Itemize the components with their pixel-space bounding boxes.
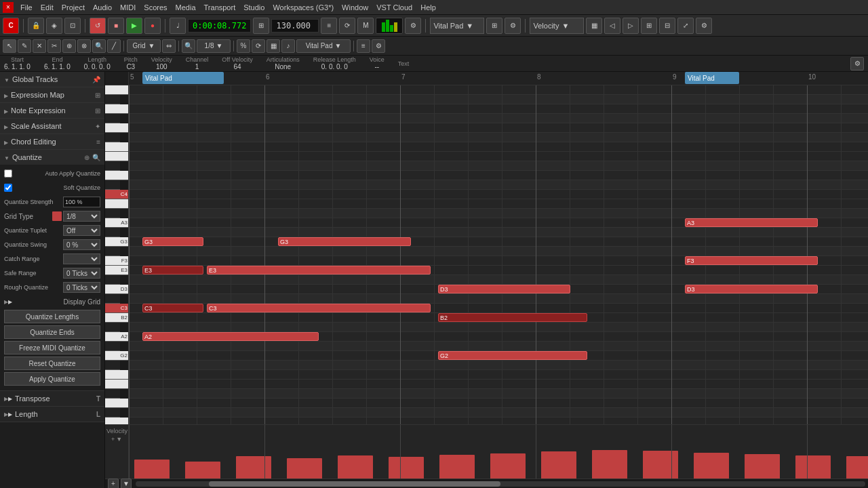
velocity-bar-13[interactable] <box>795 455 831 479</box>
velocity-grid[interactable] <box>129 425 868 479</box>
piano-key-B3[interactable] <box>105 199 129 209</box>
piano-key-A2[interactable]: A2 <box>105 332 129 342</box>
velocity-bar-7[interactable] <box>490 453 526 479</box>
piano-key-B4[interactable] <box>105 85 129 95</box>
scroll-options-btn[interactable]: ▼ <box>121 479 132 489</box>
loop-button[interactable]: ↺ <box>90 18 106 34</box>
constrain-button[interactable]: 🔒 <box>28 18 44 34</box>
velocity-bar-5[interactable] <box>389 457 425 479</box>
note-D3-6[interactable]: D3 <box>438 285 570 293</box>
piano-key-G#2[interactable] <box>105 342 120 351</box>
safe-range-select[interactable]: 0 Ticks <box>63 268 100 279</box>
select-tool[interactable]: ↖ <box>3 39 16 53</box>
global-tracks-header[interactable]: Global Tracks 📌 <box>0 72 104 87</box>
note-B2-10[interactable]: B2 <box>438 313 587 322</box>
note-G3-1[interactable]: G3 <box>142 237 203 246</box>
zoom-tool[interactable]: 🔍 <box>92 39 106 53</box>
scale-assistant-header[interactable]: Scale Assistant ✦ <box>0 119 104 134</box>
mute-tool[interactable]: ⊗ <box>77 39 91 53</box>
track-select[interactable]: Vital Pad ▼ <box>430 18 484 34</box>
menu-window[interactable]: Window <box>338 3 372 12</box>
note-C3-9[interactable]: C3 <box>207 304 431 312</box>
piano-key-C#2[interactable] <box>105 408 120 418</box>
line-tool[interactable]: ╱ <box>107 39 121 53</box>
piano-key-D4[interactable] <box>105 171 129 180</box>
tuplet-select[interactable]: Off <box>63 225 100 236</box>
piano-key-D2[interactable] <box>105 399 129 408</box>
articulations-value[interactable]: None <box>275 63 291 70</box>
expand-r[interactable]: ▷ <box>623 18 639 34</box>
quantize-link-icon[interactable]: ⊕ <box>84 154 90 161</box>
release-value[interactable]: 0. 0. 0. 0 <box>321 63 348 70</box>
glue-tool[interactable]: ⊕ <box>62 39 76 53</box>
piano-key-C3[interactable]: C3 <box>105 304 129 313</box>
metronome-button[interactable]: ♩ <box>170 18 186 34</box>
stop-button[interactable]: ■ <box>108 18 124 34</box>
zoom-out[interactable]: ⊟ <box>659 18 675 34</box>
velocity-plus-btn[interactable]: + <box>111 436 115 443</box>
piano-key-D3[interactable]: D3 <box>105 285 129 294</box>
piano-key-F#4[interactable] <box>105 133 120 142</box>
chord-editing-header[interactable]: Chord Editing ≡ <box>0 134 104 149</box>
menu-scores[interactable]: Scores <box>140 3 171 12</box>
note-A2-11[interactable]: A2 <box>142 332 319 341</box>
off-velocity-value[interactable]: 64 <box>233 63 241 70</box>
velocity-bar-11[interactable] <box>694 453 730 479</box>
note-C3-8[interactable]: C3 <box>142 304 203 312</box>
end-value[interactable]: 6. 1. 1. 0 <box>44 63 71 70</box>
tempo-options[interactable]: ≡ <box>321 18 337 34</box>
piano-key-A#4[interactable] <box>105 95 120 104</box>
piano-key-A#2[interactable] <box>105 323 120 332</box>
velocity-select[interactable]: Velocity ▼ <box>530 18 584 34</box>
zoom-in[interactable]: ⊞ <box>641 18 657 34</box>
piano-key-F#2[interactable] <box>105 361 120 370</box>
scroll-thumb[interactable] <box>209 481 500 487</box>
menu-edit[interactable]: Edit <box>37 3 58 12</box>
settings-button[interactable]: ⚙ <box>405 18 421 34</box>
split-tool[interactable]: ✂ <box>47 39 61 53</box>
piano-key-C#3[interactable] <box>105 294 120 304</box>
menu-midi[interactable]: MIDI <box>116 3 140 12</box>
velocity-info-value[interactable]: 100 <box>156 63 167 70</box>
quantize-lengths-btn[interactable]: Quantize Lengths <box>4 310 100 323</box>
piano-key-A#3[interactable] <box>105 209 120 218</box>
piano-key-F2[interactable] <box>105 370 129 380</box>
note-expression-header[interactable]: Note Expression ⊞ <box>0 103 104 118</box>
channel-value[interactable]: 1 <box>195 63 199 70</box>
velocity-bar-8[interactable] <box>541 451 577 479</box>
sync-btn[interactable]: ⟳ <box>339 18 355 34</box>
percent-btn[interactable]: % <box>237 39 250 53</box>
velocity-bar-10[interactable] <box>643 451 679 479</box>
grid-type-select[interactable]: 1/8 1/4 1/16 <box>63 211 100 222</box>
piano-key-A3[interactable]: A3 <box>105 218 129 228</box>
piano-key-G4[interactable] <box>105 123 129 133</box>
menu-audio[interactable]: Audio <box>89 3 116 12</box>
midi-btn[interactable]: M <box>357 18 374 34</box>
play-button[interactable]: ▶ <box>126 18 142 34</box>
fullscreen[interactable]: ⤢ <box>677 18 694 34</box>
quantize-header[interactable]: Quantize ⊕ 🔍 <box>0 150 104 165</box>
velocity-bar-9[interactable] <box>592 450 628 479</box>
tempo-display[interactable]: 130.000 <box>271 19 319 33</box>
piano-key-F#3[interactable] <box>105 247 120 256</box>
velocity-bar-1[interactable] <box>185 462 221 479</box>
fill-btn[interactable]: ▦ <box>267 39 280 53</box>
velocity-bar-4[interactable] <box>338 455 374 479</box>
note-E3-4[interactable]: E3 <box>142 266 203 274</box>
track-settings[interactable]: ⚙ <box>505 18 521 34</box>
piano-key-E4[interactable] <box>105 152 129 161</box>
channel-view[interactable]: ≡ <box>357 39 370 53</box>
reset-quantize-btn[interactable]: Reset Quantize <box>4 357 100 370</box>
timecode-btn[interactable]: ⊞ <box>253 18 269 34</box>
settings2[interactable]: ⚙ <box>372 39 385 53</box>
scroll-track[interactable] <box>136 481 865 487</box>
freeze-midi-quantize-btn[interactable]: Freeze MIDI Quantize <box>4 341 100 354</box>
quantize-select[interactable]: 1/8 ▼ <box>197 39 231 53</box>
piano-key-E3[interactable]: E3 <box>105 266 129 275</box>
velocity-minus-btn[interactable]: ▼ <box>116 436 122 443</box>
length-header[interactable]: ▶ Length L <box>0 407 104 422</box>
menu-media[interactable]: Media <box>172 3 200 12</box>
piano-key-G#3[interactable] <box>105 228 120 237</box>
global-tracks-pin[interactable]: 📌 <box>92 76 100 83</box>
piano-key-G3[interactable]: G3 <box>105 237 129 247</box>
